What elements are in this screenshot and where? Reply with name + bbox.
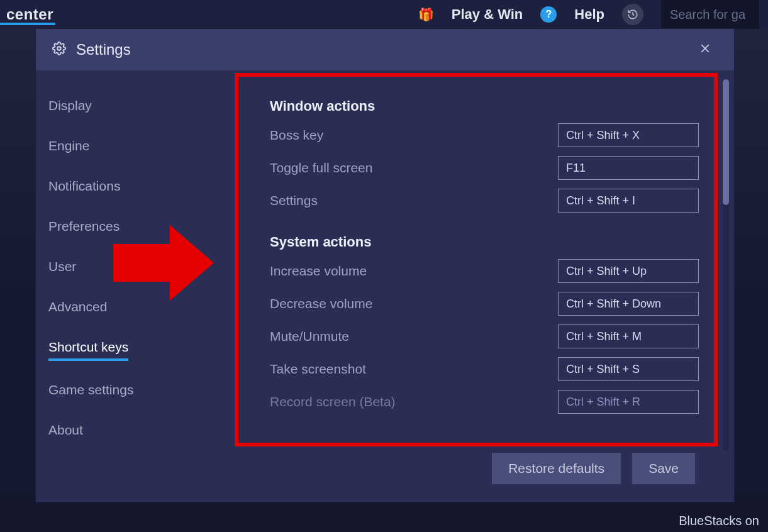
search-placeholder: Search for ga [670,8,745,22]
restore-defaults-button[interactable]: Restore defaults [492,453,621,484]
annotation-arrow-icon [113,219,214,307]
row-label: Toggle full screen [270,160,372,175]
history-icon[interactable] [622,4,643,25]
sidebar-item-shortcut-keys[interactable]: Shortcut keys [48,327,128,361]
section-title: Window actions [270,98,699,114]
shortcut-row-screenshot: Take screenshot Ctrl + Shift + S [270,357,699,381]
highlight-box: Window actions Boss key Ctrl + Shift + X… [235,73,718,446]
shortcut-input-record-screen[interactable]: Ctrl + Shift + R [558,390,699,414]
header-underline [0,23,55,25]
scrollbar-thumb[interactable] [723,79,729,205]
shortcut-row-record-screen: Record screen (Beta) Ctrl + Shift + R [270,390,699,414]
row-label: Boss key [270,128,323,143]
modal-header: Settings [36,29,734,70]
footer-buttons: Restore defaults Save [199,446,718,484]
section-window-actions: Window actions Boss key Ctrl + Shift + X… [270,98,699,213]
shortcut-row-decrease-volume: Decrease volume Ctrl + Shift + Down [270,292,699,316]
modal-title: Settings [76,41,131,58]
shortcut-row-fullscreen: Toggle full screen F11 [270,156,699,180]
save-button[interactable]: Save [632,453,695,484]
sidebar-item-game-settings[interactable]: Game settings [48,370,199,410]
sidebar-item-display[interactable]: Display [48,86,199,126]
row-label: Record screen (Beta) [270,394,396,409]
section-title: System actions [270,234,699,250]
app-header: center 🎁 Play & Win ? Help Search for ga [0,0,768,29]
shortcut-input-boss-key[interactable]: Ctrl + Shift + X [558,123,699,147]
bg-right [730,29,768,494]
shortcut-input-mute[interactable]: Ctrl + Shift + M [558,324,699,348]
shortcut-input-decrease-volume[interactable]: Ctrl + Shift + Down [558,292,699,316]
shortcut-input-fullscreen[interactable]: F11 [558,156,699,180]
help-link[interactable]: Help [574,6,604,23]
shortcut-row-boss-key: Boss key Ctrl + Shift + X [270,123,699,147]
gift-icon: 🎁 [418,7,434,22]
section-system-actions: System actions Increase volume Ctrl + Sh… [270,234,699,414]
shortcut-input-settings[interactable]: Ctrl + Shift + I [558,189,699,213]
search-input[interactable]: Search for ga [661,0,759,29]
sidebar-item-about[interactable]: About [48,410,199,450]
play-and-win-link[interactable]: Play & Win [452,6,523,23]
svg-marker-3 [113,225,214,301]
bg-footer-text: BlueStacks on [679,514,759,528]
gear-icon [52,42,66,58]
shortcut-row-increase-volume: Increase volume Ctrl + Shift + Up [270,259,699,283]
shortcut-row-mute: Mute/Unmute Ctrl + Shift + M [270,324,699,348]
row-label: Decrease volume [270,296,372,311]
shortcut-input-increase-volume[interactable]: Ctrl + Shift + Up [558,259,699,283]
svg-point-0 [57,47,61,50]
bg-left [0,29,38,494]
row-label: Increase volume [270,263,367,279]
close-button[interactable] [693,38,718,62]
shortcut-input-screenshot[interactable]: Ctrl + Shift + S [558,357,699,381]
settings-content: Window actions Boss key Ctrl + Shift + X… [199,70,734,502]
shortcut-row-settings: Settings Ctrl + Shift + I [270,189,699,213]
row-label: Mute/Unmute [270,329,349,344]
row-label: Settings [270,193,318,208]
sidebar-item-notifications[interactable]: Notifications [48,166,199,206]
help-icon[interactable]: ? [540,6,557,23]
sidebar-item-engine[interactable]: Engine [48,126,199,166]
row-label: Take screenshot [270,362,366,377]
app-title-fragment: center [6,6,53,23]
